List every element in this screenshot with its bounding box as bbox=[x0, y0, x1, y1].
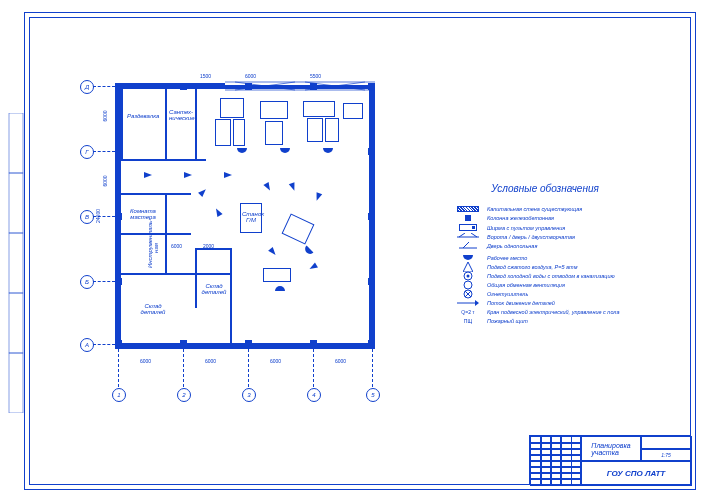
svg-line-10 bbox=[463, 242, 469, 248]
room-label: Инструменталь- ная bbox=[147, 228, 159, 268]
room-label: Раздевалка bbox=[127, 113, 159, 119]
column bbox=[368, 83, 375, 90]
legend-label: Подвод холодной воды с отводом в канализ… bbox=[487, 273, 615, 279]
legend-item: Подвод холодной воды с отводом в канализ… bbox=[455, 273, 705, 279]
flow-arrow bbox=[289, 182, 297, 192]
flow-symbol-icon bbox=[457, 300, 479, 306]
equipment bbox=[220, 98, 244, 118]
workplace-symbol-icon bbox=[463, 255, 473, 261]
wall-int bbox=[121, 159, 206, 161]
dimension: 24000 bbox=[95, 209, 101, 223]
axis-line bbox=[93, 86, 115, 87]
room-label: Станок Г/М bbox=[242, 211, 260, 223]
organization: ГОУ СПО ЛАТТ bbox=[580, 460, 692, 486]
legend-label: Общая обменная вентиляция bbox=[487, 282, 565, 288]
legend-label: Поток движения деталей bbox=[487, 300, 555, 306]
legend-label: Колонна железобетонная bbox=[487, 215, 554, 221]
equipment bbox=[303, 101, 335, 117]
svg-rect-22 bbox=[9, 173, 23, 233]
legend-item: Q=2 тКран подвесной электрический, управ… bbox=[455, 309, 705, 315]
column bbox=[245, 83, 252, 90]
column bbox=[310, 83, 317, 90]
legend-label: Ширма с пультом управления bbox=[487, 225, 565, 231]
legend-item: Колонна железобетонная bbox=[455, 215, 705, 221]
equipment bbox=[260, 101, 288, 119]
flow-arrow bbox=[224, 172, 232, 178]
door-symbol-icon bbox=[459, 242, 477, 250]
column bbox=[115, 148, 122, 155]
wall-int bbox=[165, 193, 167, 273]
column bbox=[310, 340, 317, 347]
svg-line-7 bbox=[459, 233, 465, 237]
legend-item: Общая обменная вентиляция bbox=[455, 282, 705, 288]
dimension: 6000 bbox=[140, 358, 151, 364]
column bbox=[245, 340, 252, 347]
axis-line bbox=[183, 349, 184, 387]
wall-int bbox=[165, 89, 167, 159]
equipment bbox=[307, 118, 323, 142]
axis-marker: 4 bbox=[307, 388, 321, 402]
axis-marker: 5 bbox=[366, 388, 380, 402]
wall-int bbox=[195, 89, 197, 159]
legend-label: Ворота / дверь / двухстворчатая bbox=[487, 234, 575, 240]
svg-rect-25 bbox=[9, 353, 23, 413]
axis-marker: Д bbox=[80, 80, 94, 94]
room-label: Склад деталей bbox=[133, 303, 173, 315]
legend-item: Дверь однопольная bbox=[455, 243, 705, 249]
equipment bbox=[325, 118, 339, 142]
legend-item: Рабочее место bbox=[455, 255, 705, 261]
legend-item: ПЩПожарный щит bbox=[455, 318, 705, 324]
legend-item: Поток движения деталей bbox=[455, 300, 705, 306]
legend-item: Капитальная стена существующая bbox=[455, 206, 705, 212]
binding-margin bbox=[5, 113, 25, 413]
legend-title: Условные обозначения bbox=[455, 183, 635, 194]
legend-label: Кран подвесной электрический, управление… bbox=[487, 309, 620, 315]
dimension: 5500 bbox=[310, 73, 321, 79]
fire-symbol-text: ПЩ bbox=[455, 318, 481, 324]
legend-item: Ворота / дверь / двухстворчатая bbox=[455, 234, 705, 240]
dimension: 6000 bbox=[102, 110, 108, 121]
axis-marker: Б bbox=[80, 275, 94, 289]
column bbox=[115, 340, 122, 347]
svg-rect-23 bbox=[9, 233, 23, 293]
svg-point-14 bbox=[467, 275, 470, 278]
svg-line-8 bbox=[471, 233, 477, 237]
title-block: Планировка участка 1:75 ГОУ СПО ЛАТТ bbox=[529, 435, 691, 485]
gate-symbol-icon bbox=[457, 233, 479, 241]
axis-marker: А bbox=[80, 338, 94, 352]
room-label: Сантех- нические bbox=[169, 109, 193, 121]
flow-arrow bbox=[268, 247, 278, 257]
svg-rect-21 bbox=[9, 113, 23, 173]
wall-int bbox=[121, 273, 231, 275]
dimension: 6000 bbox=[102, 175, 108, 186]
wall-int bbox=[230, 248, 232, 343]
column bbox=[368, 213, 375, 220]
dimension: 6000 bbox=[335, 358, 346, 364]
axis-marker: 1 bbox=[112, 388, 126, 402]
flow-arrow bbox=[314, 192, 322, 202]
workplace-icon bbox=[302, 245, 313, 256]
workplace-icon bbox=[280, 148, 290, 154]
crane-symbol-text: Q=2 т bbox=[455, 309, 481, 315]
dimension: 6000 bbox=[171, 243, 182, 249]
dimension: 6000 bbox=[270, 358, 281, 364]
axis-line bbox=[248, 349, 249, 387]
screen-symbol-icon bbox=[459, 224, 477, 231]
legend-label: Пожарный щит bbox=[487, 318, 528, 324]
workplace-icon bbox=[275, 285, 285, 291]
flow-arrow bbox=[213, 207, 222, 217]
legend-item: Ширма с пультом управления bbox=[455, 224, 705, 231]
axis-marker: В bbox=[80, 210, 94, 224]
axis-line bbox=[93, 281, 115, 282]
legend: Условные обозначения Капитальная стена с… bbox=[455, 183, 705, 327]
room-label: Комната мастера bbox=[125, 208, 161, 220]
dimension: 6000 bbox=[205, 358, 216, 364]
axis-marker: Г bbox=[80, 145, 94, 159]
wall-int bbox=[121, 193, 191, 195]
column bbox=[368, 148, 375, 155]
column bbox=[115, 278, 122, 285]
svg-marker-20 bbox=[475, 300, 479, 306]
axis-marker: 3 bbox=[242, 388, 256, 402]
legend-label: Подвод сжатого воздуха, P=5 атм bbox=[487, 264, 577, 270]
legend-label: Капитальная стена существующая bbox=[487, 206, 582, 212]
